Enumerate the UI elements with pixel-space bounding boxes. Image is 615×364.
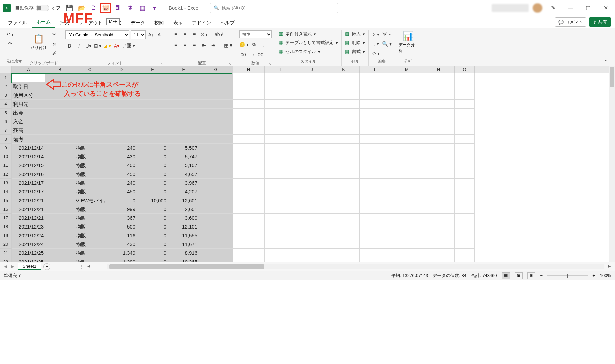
cell-H11[interactable] <box>233 161 265 170</box>
cell-I6[interactable] <box>265 117 296 126</box>
cell-N13[interactable] <box>423 179 455 187</box>
cell-C18[interactable]: 物販 <box>74 222 105 231</box>
row-header-15[interactable]: 15 <box>0 196 12 205</box>
share-workbook-icon[interactable]: ⚗ <box>125 3 135 13</box>
cell-L1[interactable] <box>360 73 391 82</box>
cell-L11[interactable] <box>360 161 391 170</box>
font-size-select[interactable]: 11 <box>131 30 146 39</box>
sheet-tab-active[interactable]: Sheet1 <box>18 263 41 270</box>
cell-K19[interactable] <box>328 231 360 240</box>
cell-L16[interactable] <box>360 205 391 214</box>
cell-B12[interactable] <box>45 170 74 179</box>
cell-J6[interactable] <box>296 117 328 126</box>
cell-D6[interactable] <box>105 117 137 126</box>
cell-K2[interactable] <box>328 82 360 91</box>
cells-area[interactable]: 取引日使用区分利用先出金入金残高備考2021/12/14物販24005,5072… <box>12 73 615 262</box>
cell-B19[interactable] <box>45 231 74 240</box>
cell-F8[interactable] <box>168 135 199 144</box>
cell-K7[interactable] <box>328 126 360 135</box>
cell-M15[interactable] <box>391 196 423 205</box>
cell-F19[interactable]: 11,555 <box>168 231 199 240</box>
cell-F11[interactable]: 5,107 <box>168 161 199 170</box>
cell-N7[interactable] <box>423 126 455 135</box>
cell-M17[interactable] <box>391 214 423 222</box>
cell-G4[interactable] <box>199 100 233 109</box>
cell-O3[interactable] <box>455 91 475 100</box>
vertical-scrollbar[interactable] <box>609 66 615 262</box>
col-header-B[interactable]: B <box>45 66 74 73</box>
cell-H12[interactable] <box>233 170 265 179</box>
border-button[interactable]: ⊞ ▾ <box>94 42 102 50</box>
cell-G7[interactable] <box>199 126 233 135</box>
cell-D21[interactable]: 1,349 <box>105 249 137 257</box>
close-button[interactable]: ✕ <box>599 3 612 13</box>
cell-K3[interactable] <box>328 91 360 100</box>
cell-D5[interactable] <box>105 109 137 117</box>
cell-H22[interactable] <box>233 257 265 262</box>
cell-L10[interactable] <box>360 152 391 161</box>
row-header-3[interactable]: 3 <box>0 91 12 100</box>
cell-J21[interactable] <box>296 249 328 257</box>
cell-E14[interactable]: 0 <box>137 187 168 196</box>
row-header-22[interactable]: 22 <box>0 257 12 262</box>
cell-I8[interactable] <box>265 135 296 144</box>
cell-F21[interactable]: 8,916 <box>168 249 199 257</box>
cell-D16[interactable]: 999 <box>105 205 137 214</box>
open-icon[interactable]: 📂 <box>76 3 87 13</box>
cell-F9[interactable]: 5,507 <box>168 144 199 152</box>
cell-D13[interactable]: 240 <box>105 179 137 187</box>
cell-C10[interactable]: 物販 <box>74 152 105 161</box>
currency-button[interactable]: 🪙 ▾ <box>239 40 249 49</box>
cell-B2[interactable] <box>45 82 74 91</box>
cell-B15[interactable] <box>45 196 74 205</box>
cell-L8[interactable] <box>360 135 391 144</box>
decrease-indent-button[interactable]: ⇤ <box>200 41 208 49</box>
cell-M11[interactable] <box>391 161 423 170</box>
cell-H7[interactable] <box>233 126 265 135</box>
cell-G18[interactable] <box>199 222 233 231</box>
qat-dropdown-icon[interactable]: ▾ <box>149 3 160 13</box>
cell-J4[interactable] <box>296 100 328 109</box>
cell-I22[interactable] <box>265 257 296 262</box>
maximize-button[interactable]: ▢ <box>581 3 595 13</box>
col-header-K[interactable]: K <box>328 66 360 73</box>
cell-J22[interactable] <box>296 257 328 262</box>
cell-N14[interactable] <box>423 187 455 196</box>
cell-B14[interactable] <box>45 187 74 196</box>
cell-J1[interactable] <box>296 73 328 82</box>
cut-button[interactable]: ✂ <box>50 30 58 38</box>
cell-E4[interactable] <box>137 100 168 109</box>
cell-L12[interactable] <box>360 170 391 179</box>
cell-C1[interactable] <box>74 73 105 82</box>
cell-N21[interactable] <box>423 249 455 257</box>
cell-M18[interactable] <box>391 222 423 231</box>
format-painter-button[interactable]: 🖌 <box>50 49 58 57</box>
cell-D3[interactable] <box>105 91 137 100</box>
cell-B16[interactable] <box>45 205 74 214</box>
cell-N12[interactable] <box>423 170 455 179</box>
cell-C13[interactable]: 物販 <box>74 179 105 187</box>
row-header-2[interactable]: 2 <box>0 82 12 91</box>
cell-B4[interactable] <box>45 100 74 109</box>
cell-N4[interactable] <box>423 100 455 109</box>
fill-color-button[interactable]: ◢ ▾ <box>103 42 111 50</box>
cell-B9[interactable] <box>45 144 74 152</box>
calculator-icon[interactable]: 🖩 <box>113 3 123 13</box>
cell-J15[interactable] <box>296 196 328 205</box>
cell-J16[interactable] <box>296 205 328 214</box>
cell-M3[interactable] <box>391 91 423 100</box>
cell-C4[interactable] <box>74 100 105 109</box>
cell-L20[interactable] <box>360 240 391 249</box>
zoom-level[interactable]: 100% <box>600 273 611 278</box>
cell-E22[interactable]: 0 <box>137 257 168 262</box>
tab-data[interactable]: データ <box>127 18 149 28</box>
cell-L4[interactable] <box>360 100 391 109</box>
cell-J12[interactable] <box>296 170 328 179</box>
clipboard-dialog-launcher[interactable]: ⤡ <box>55 62 58 66</box>
cell-F15[interactable]: 12,601 <box>168 196 199 205</box>
cell-G1[interactable] <box>199 73 233 82</box>
cell-E5[interactable] <box>137 109 168 117</box>
cell-F17[interactable]: 3,600 <box>168 214 199 222</box>
font-dialog-launcher[interactable]: ⤡ <box>161 62 164 66</box>
col-header-E[interactable]: E <box>137 66 168 73</box>
